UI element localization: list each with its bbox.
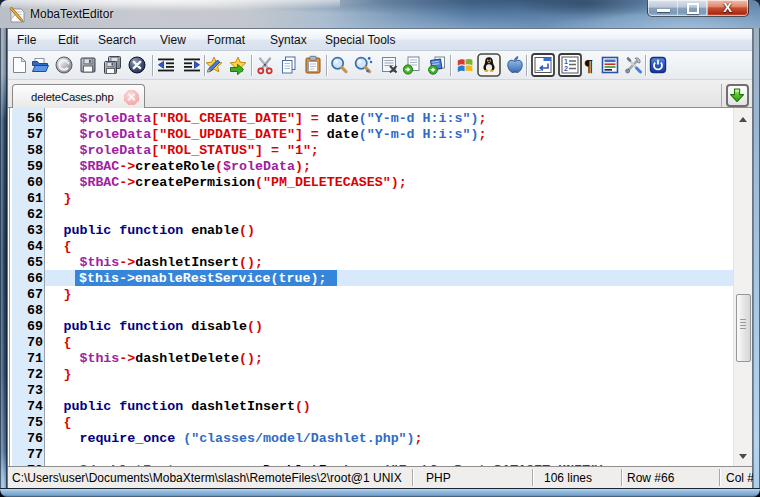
svg-text:2: 2 <box>564 65 568 72</box>
svg-text:1: 1 <box>564 58 568 65</box>
svg-text:¶: ¶ <box>584 56 593 75</box>
